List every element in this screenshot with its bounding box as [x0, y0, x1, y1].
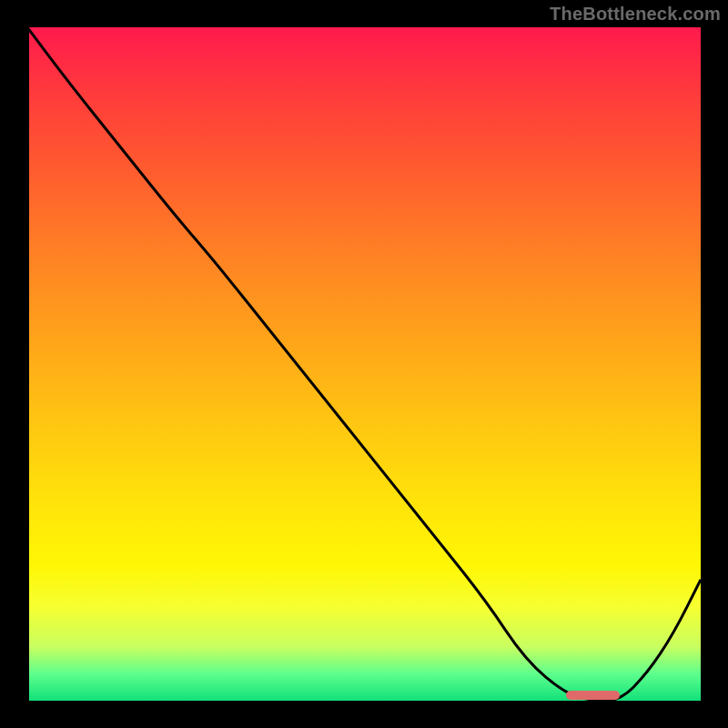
bottleneck-chart: TheBottleneck.com [0, 0, 728, 728]
curve-layer [27, 27, 701, 701]
bottleneck-curve-path [27, 27, 701, 701]
optimal-range-marker [566, 691, 620, 700]
y-axis [25, 23, 29, 705]
watermark-text: TheBottleneck.com [550, 4, 721, 25]
x-axis [25, 701, 705, 705]
